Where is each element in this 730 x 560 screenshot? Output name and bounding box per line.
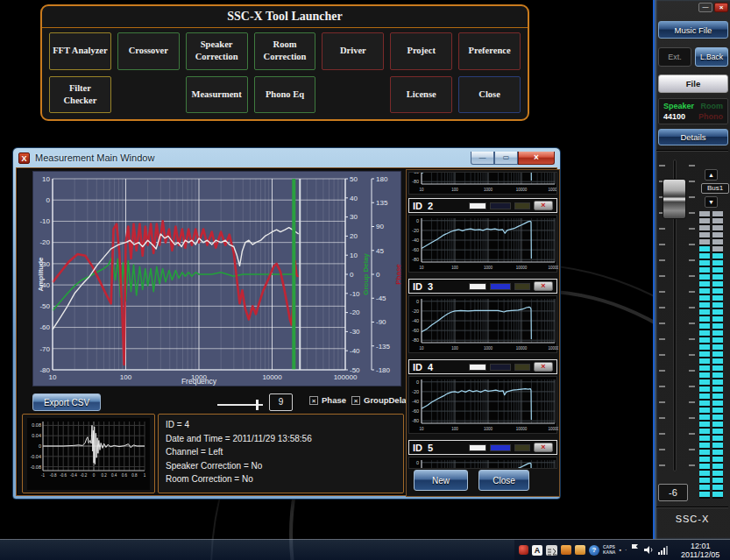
svg-text:0.8: 0.8: [131, 473, 138, 478]
svg-text:100: 100: [451, 188, 458, 192]
phase-checkbox[interactable]: × Phase: [309, 395, 346, 405]
swatch-channel-icon[interactable]: [490, 364, 511, 371]
sidebar-minimize-button[interactable]: —: [698, 3, 712, 12]
svg-text:-80: -80: [412, 337, 419, 343]
launcher-button-license[interactable]: License: [390, 76, 452, 114]
frequency-axis-label: Frequency: [181, 377, 216, 386]
item-close-icon[interactable]: ×: [534, 362, 553, 372]
bus-selector[interactable]: Bus1: [701, 183, 729, 194]
svg-text:1000: 1000: [484, 266, 493, 270]
svg-text:100000: 100000: [548, 266, 558, 270]
minimize-button[interactable]: —: [471, 152, 494, 165]
group-delay-axis-label: Group Delay: [362, 253, 370, 295]
ext-button[interactable]: Ext.: [658, 47, 691, 67]
swatch-olive-icon[interactable]: [514, 364, 530, 371]
launcher-button-driver[interactable]: Driver: [322, 32, 384, 70]
tray-dot-icon[interactable]: ·: [625, 547, 627, 553]
item-close-icon[interactable]: ×: [534, 281, 553, 291]
svg-text:-0.04: -0.04: [30, 454, 41, 459]
launcher-button-close[interactable]: Close: [458, 76, 521, 114]
tray-overflow-icon[interactable]: ▪: [619, 547, 620, 553]
tray-app-orange-icon[interactable]: [561, 545, 571, 555]
item-close-icon[interactable]: ×: [534, 443, 553, 452]
list-item-id5-chart[interactable]: 0-20-40-60-8010100100010000100000: [408, 457, 557, 469]
svg-text:-0.6: -0.6: [60, 473, 67, 478]
close-icon[interactable]: ×: [518, 152, 555, 165]
mini-chart-id3: 0-20-40-60-8010100100010000100000: [409, 296, 558, 354]
groupdelay-checkbox[interactable]: × GroupDelay: [351, 395, 411, 405]
list-item-id3-header[interactable]: ID 3 ×: [408, 279, 557, 294]
swatch-white-icon[interactable]: [469, 283, 486, 290]
swatch-channel-icon[interactable]: [490, 444, 511, 451]
list-item-id3-chart[interactable]: 0-20-40-60-8010100100010000100000: [408, 295, 557, 353]
svg-text:10: 10: [350, 252, 358, 259]
measurement-titlebar[interactable]: X Measurement Main Window — ▭ ×: [13, 148, 560, 167]
ime-kanji-icon[interactable]: [546, 545, 557, 556]
svg-text:10: 10: [49, 373, 57, 381]
taskbar[interactable]: A ? CAPS KANA ▪ ·: [0, 539, 730, 560]
music-file-button[interactable]: Music File: [658, 21, 728, 39]
svg-text:-0.4: -0.4: [70, 473, 77, 478]
main-chart-canvas: 100-10-20-30-40-50-60-70-801010010001000…: [33, 172, 402, 387]
bus-up-icon[interactable]: ▲: [705, 169, 718, 181]
file-button[interactable]: File: [658, 74, 728, 93]
svg-text:-40: -40: [412, 237, 419, 243]
network-icon[interactable]: [658, 546, 668, 555]
list-item-id2-chart[interactable]: 0-20-40-60-8010100100010000100000: [408, 215, 557, 273]
list-item-id4-chart[interactable]: 0-20-40-60-8010100100010000100000: [408, 376, 557, 434]
list-item-id2-header[interactable]: ID 2 ×: [408, 198, 557, 213]
swatch-olive-icon[interactable]: [514, 202, 530, 209]
source-status-panel: Speaker Room 44100 Phono: [658, 98, 728, 124]
launcher-button-crossover[interactable]: Crossover: [117, 32, 180, 70]
meter-lit-segments: [712, 253, 723, 499]
ime-language-icon[interactable]: A: [532, 545, 542, 556]
swatch-olive-icon[interactable]: [514, 444, 530, 451]
launcher-button-project[interactable]: Project: [390, 32, 452, 70]
lback-button[interactable]: L.Back: [695, 47, 728, 67]
launcher-button-measurment[interactable]: Measurment: [186, 76, 248, 114]
volume-icon[interactable]: [643, 542, 655, 558]
clock[interactable]: 12:01 2011/12/05: [675, 542, 726, 559]
svg-text:-0.8: -0.8: [50, 473, 57, 478]
launcher-button-speaker-correction[interactable]: Speaker Correction: [186, 32, 248, 70]
item-id-label: ID 4: [413, 362, 433, 372]
swatch-channel-icon[interactable]: [490, 202, 511, 209]
svg-text:0: 0: [416, 218, 419, 223]
tray-red-audio-icon[interactable]: [519, 545, 528, 555]
launcher-button-phono-eq[interactable]: Phono Eq: [254, 76, 316, 114]
swatch-channel-icon[interactable]: [490, 283, 511, 290]
export-csv-button[interactable]: Export CSV: [32, 393, 101, 411]
details-button[interactable]: Details: [658, 129, 728, 145]
slider-handle[interactable]: [256, 400, 259, 410]
measurement-list: 0-20-40-60-8010100100010000100000 ID 2 ×…: [406, 169, 560, 497]
groupdelay-checkbox-box[interactable]: ×: [351, 396, 360, 405]
smoothing-slider[interactable]: [217, 398, 275, 412]
list-item-id4-header[interactable]: ID 4 ×: [408, 359, 557, 374]
sidebar-close-icon[interactable]: ×: [714, 3, 728, 12]
item-close-icon[interactable]: ×: [534, 201, 553, 210]
swatch-white-icon[interactable]: [469, 364, 486, 371]
bus-down-icon[interactable]: ▼: [705, 196, 718, 208]
launcher-button-fft-analyzer[interactable]: FFT Analyzer: [49, 32, 111, 70]
volume-fader-handle[interactable]: [663, 179, 686, 219]
info-line-room-correction: Room Correction = No: [166, 472, 396, 486]
svg-text:100000: 100000: [548, 346, 558, 351]
svg-text:-60: -60: [412, 328, 419, 333]
swatch-white-icon[interactable]: [469, 444, 486, 451]
close-button[interactable]: Close: [478, 470, 529, 491]
maximize-button[interactable]: ▭: [494, 152, 518, 165]
list-item-id1-chart[interactable]: 0-20-40-60-8010100100010000100000: [408, 172, 557, 195]
swatch-olive-icon[interactable]: [514, 283, 530, 290]
new-button[interactable]: New: [414, 470, 468, 491]
launcher-button-filter-checker[interactable]: Filter Checker: [49, 76, 111, 114]
list-item-id5-header[interactable]: ID 5 ×: [408, 440, 557, 455]
svg-text:-180: -180: [376, 366, 391, 374]
tray-help-icon[interactable]: ?: [589, 545, 599, 556]
swatch-white-icon[interactable]: [469, 202, 486, 209]
phase-checkbox-box[interactable]: ×: [309, 396, 318, 405]
action-center-flag-icon[interactable]: [630, 542, 640, 558]
launcher-button-room-correction[interactable]: Room Correction: [254, 32, 316, 70]
tray-app-orange2-icon[interactable]: [575, 545, 585, 555]
launcher-button-preference[interactable]: Preference: [458, 32, 521, 70]
svg-text:0: 0: [376, 271, 380, 279]
